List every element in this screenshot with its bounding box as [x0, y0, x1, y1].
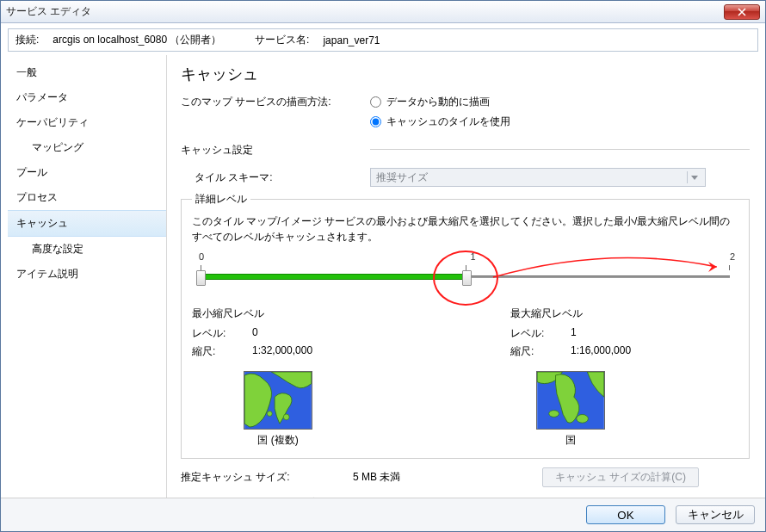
svg-point-5 [577, 415, 589, 424]
radio-tiles-input[interactable] [370, 116, 381, 127]
close-icon [738, 8, 746, 16]
map-thumb-icon [244, 371, 312, 430]
calc-cache-size-button[interactable]: キャッシュ サイズの計算(C) [542, 467, 699, 487]
tile-schema-label: タイル スキーマ: [195, 170, 370, 185]
sidebar-item-item-desc[interactable]: アイテム説明 [8, 262, 166, 287]
min-scale-column: 最小縮尺レベル レベル:0 縮尺:1:32,000,000 [192, 306, 416, 362]
sidebar-item-mapping[interactable]: マッピング [8, 135, 166, 160]
sidebar-item-pool[interactable]: プール [8, 160, 166, 185]
min-scale-label: 縮尺: [192, 344, 252, 359]
radio-tiles[interactable]: キャッシュのタイルを使用 [370, 114, 510, 129]
window-title: サービス エディタ [6, 4, 724, 19]
sidebar-item-label: 一般 [16, 66, 37, 78]
chevron-down-icon [691, 176, 698, 180]
window: サービス エディタ 接続: arcgis on localhost_6080 （… [0, 0, 766, 532]
sidebar-item-general[interactable]: 一般 [8, 60, 166, 85]
max-level-label: レベル: [510, 326, 571, 341]
sidebar-item-cache[interactable]: キャッシュ [8, 210, 166, 237]
radio-dynamic-label: データから動的に描画 [386, 95, 490, 109]
details-fieldset: 詳細レベル このタイル マップ/イメージ サービスの最小および最大縮尺を選択して… [181, 192, 750, 459]
draw-method-row: このマップ サービスの描画方法: データから動的に描画 キャッシュのタイルを使用 [181, 95, 750, 134]
estimate-row: 推定キャッシュ サイズ: 5 MB 未満 キャッシュ サイズの計算(C) [181, 467, 750, 487]
sidebar-item-label: キャッシュ [16, 217, 68, 229]
svg-point-1 [267, 411, 272, 417]
min-scale-value: 1:32,000,000 [252, 344, 312, 359]
slider-thumb-min[interactable] [196, 270, 206, 286]
estimate-value: 5 MB 未満 [353, 470, 542, 485]
radio-tiles-label: キャッシュのタイルを使用 [386, 114, 510, 129]
radio-dynamic[interactable]: データから動的に描画 [370, 95, 510, 109]
sidebar-item-label: 高度な設定 [32, 243, 83, 255]
svg-point-4 [549, 411, 559, 418]
service-label: サービス名: [255, 33, 309, 47]
ok-button[interactable]: OK [586, 505, 665, 524]
sidebar-item-advanced[interactable]: 高度な設定 [8, 237, 166, 262]
radio-dynamic-input[interactable] [370, 96, 381, 108]
tile-schema-row: タイル スキーマ: 推奨サイズ [195, 168, 750, 187]
connection-label: 接続: [15, 33, 39, 47]
map-thumbnails: 国 (複数) 国 [244, 371, 738, 448]
tick-label-0: 0 [199, 251, 204, 262]
scale-columns: 最小縮尺レベル レベル:0 縮尺:1:32,000,000 最大縮尺レベル レベ… [192, 306, 738, 362]
draw-method-label: このマップ サービスの描画方法: [181, 95, 370, 109]
details-hint: このタイル マップ/イメージ サービスの最小および最大縮尺を選択してください。選… [192, 213, 738, 244]
estimate-label: 推定キャッシュ サイズ: [181, 470, 353, 485]
cache-settings-row: キャッシュ設定 [181, 139, 750, 163]
min-level-label: レベル: [192, 326, 252, 341]
tick-label-2: 2 [730, 251, 735, 262]
sidebar-item-label: パラメータ [16, 91, 68, 103]
body: 一般 パラメータ ケーパビリティ マッピング プール プロセス キャッシュ 高度… [1, 55, 765, 498]
cache-settings-heading: キャッシュ設定 [181, 143, 370, 158]
annotation-ellipse [433, 251, 498, 306]
max-map-caption: 国 [565, 433, 576, 448]
connection-info-bar: 接続: arcgis on localhost_6080 （公開者） サービス名… [8, 28, 758, 52]
cancel-button[interactable]: キャンセル [676, 505, 755, 524]
sidebar-item-capabilities[interactable]: ケーパビリティ [8, 110, 166, 135]
draw-method-options: データから動的に描画 キャッシュのタイルを使用 [370, 95, 510, 134]
tick-2 [729, 265, 730, 270]
scale-slider[interactable]: 0 1 2 [192, 250, 738, 300]
sidebar-item-label: プロセス [16, 191, 58, 203]
close-button[interactable] [724, 4, 760, 20]
service-value: japan_ver71 [323, 34, 380, 46]
max-map-thumb: 国 [536, 371, 605, 448]
sidebar-item-label: プール [16, 166, 47, 178]
min-map-thumb: 国 (複数) [244, 371, 312, 448]
annotation-arrow [491, 257, 727, 282]
main-panel: キャッシュ このマップ サービスの描画方法: データから動的に描画 キャッシュの… [167, 55, 758, 498]
sidebar-item-label: マッピング [32, 141, 83, 153]
bottom-bar: OK キャンセル [1, 498, 765, 531]
titlebar: サービス エディタ [1, 1, 765, 23]
max-scale-heading: 最大縮尺レベル [510, 306, 734, 321]
sidebar-item-label: アイテム説明 [16, 268, 78, 280]
separator [370, 149, 750, 150]
details-legend: 詳細レベル [192, 192, 250, 207]
tile-schema-value: 推奨サイズ [376, 171, 428, 183]
tile-schema-select[interactable]: 推奨サイズ [370, 168, 706, 187]
sidebar: 一般 パラメータ ケーパビリティ マッピング プール プロセス キャッシュ 高度… [8, 55, 167, 498]
map-thumb-icon [536, 371, 605, 430]
max-scale-value: 1:16,000,000 [571, 344, 631, 359]
min-map-caption: 国 (複数) [257, 433, 298, 448]
min-level-value: 0 [252, 326, 258, 341]
sidebar-item-label: ケーパビリティ [16, 116, 89, 128]
slider-fill [201, 274, 468, 280]
panel-title: キャッシュ [181, 64, 750, 84]
sidebar-item-parameters[interactable]: パラメータ [8, 85, 166, 110]
sidebar-item-process[interactable]: プロセス [8, 185, 166, 210]
connection-value: arcgis on localhost_6080 （公開者） [53, 33, 221, 47]
max-scale-column: 最大縮尺レベル レベル:1 縮尺:1:16,000,000 [510, 306, 734, 362]
max-level-value: 1 [571, 326, 577, 341]
min-scale-heading: 最小縮尺レベル [192, 306, 416, 321]
max-scale-label: 縮尺: [510, 344, 571, 359]
svg-point-2 [283, 414, 289, 420]
